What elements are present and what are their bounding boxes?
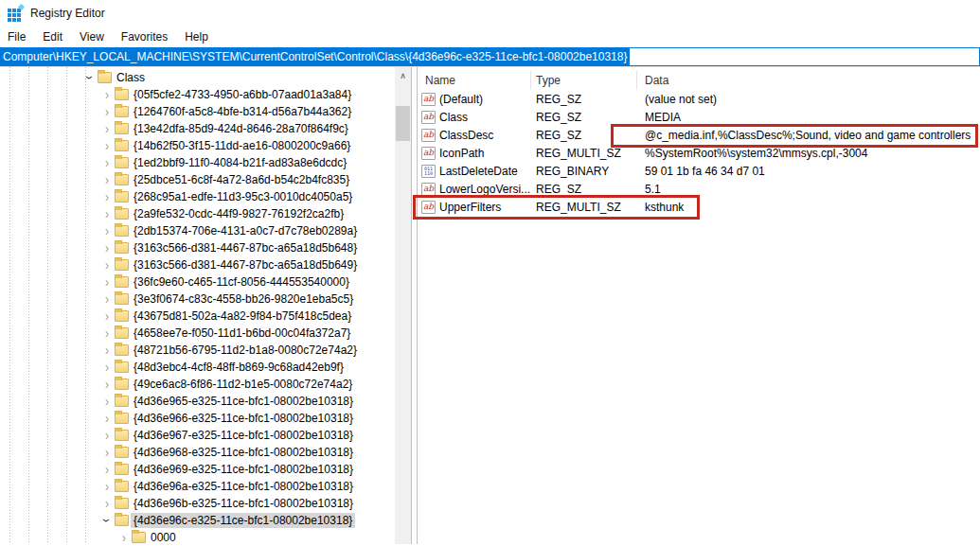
tree-row[interactable]: Class bbox=[0, 69, 395, 86]
tree-item-label: {3e3f0674-c83c-4558-bb26-9820e1eba5c5} bbox=[131, 291, 356, 307]
tree-item-label: {3163c566-d381-4467-87bc-a65a18d5b648} bbox=[131, 240, 360, 255]
tree-item-label: {3163c566-d381-4467-87bc-a65a18d5b649} bbox=[131, 257, 360, 273]
value-data-cell: ksthunk bbox=[637, 201, 980, 214]
tree-vertical-scrollbar[interactable]: ∧ bbox=[395, 67, 411, 544]
registry-editor-window: Registry Editor FileEditViewFavoritesHel… bbox=[0, 0, 980, 546]
chevron-right-icon[interactable] bbox=[100, 275, 114, 289]
chevron-right-icon[interactable] bbox=[100, 309, 114, 323]
value-row[interactable]: abClassDescREG_SZ@c_media.inf,%ClassDesc… bbox=[418, 126, 980, 144]
tree-row[interactable]: {2db15374-706e-4131-a0c7-d7c78eb0289a} bbox=[0, 222, 395, 239]
tree-row[interactable]: {4d36e96b-e325-11ce-bfc1-08002be10318} bbox=[0, 495, 395, 512]
chevron-down-icon[interactable] bbox=[100, 514, 114, 527]
chevron-right-icon[interactable] bbox=[100, 378, 114, 391]
column-header-data[interactable]: Data bbox=[637, 71, 980, 90]
address-bar-input[interactable]: Computer\HKEY_LOCAL_MACHINE\SYSTEM\Curre… bbox=[0, 47, 980, 66]
chevron-right-icon[interactable] bbox=[100, 241, 114, 255]
value-row[interactable]: abIconPathREG_MULTI_SZ%SystemRoot%\syste… bbox=[418, 144, 980, 162]
menu-item-edit[interactable]: Edit bbox=[43, 28, 71, 45]
chevron-right-icon[interactable] bbox=[100, 224, 114, 238]
folder-icon bbox=[115, 157, 129, 168]
panel-splitter[interactable] bbox=[411, 67, 418, 544]
tree-item-label: {4d36e966-e325-11ce-bfc1-08002be10318} bbox=[131, 411, 356, 426]
tree-row[interactable]: {3163c566-d381-4467-87bc-a65a18d5b648} bbox=[0, 239, 395, 256]
tree-row[interactable]: {1264760f-a5c8-4bfe-b314-d56a7b44a362} bbox=[0, 103, 395, 120]
value-row[interactable]: ab(Default)REG_SZ(value not set) bbox=[418, 90, 980, 108]
tree-row[interactable]: {48d3ebc4-4cf8-48ff-b869-9c68ad42eb9f} bbox=[0, 359, 395, 376]
folder-icon bbox=[115, 191, 129, 203]
chevron-right-icon[interactable] bbox=[117, 531, 131, 544]
scrollbar-up-arrow-icon[interactable]: ∧ bbox=[395, 67, 411, 83]
chevron-right-icon[interactable] bbox=[100, 156, 114, 169]
tree-row[interactable]: {48721b56-6795-11d2-b1a8-0080c72e74a2} bbox=[0, 342, 395, 359]
tree-row[interactable]: {13e42dfa-85d9-424d-8646-28a70f864f9c} bbox=[0, 120, 395, 137]
tree-row[interactable]: {36fc9e60-c465-11cf-8056-444553540000} bbox=[0, 273, 395, 291]
value-name-cell: ab(Default) bbox=[418, 93, 531, 106]
column-header-name[interactable]: Name bbox=[418, 71, 531, 90]
tree-row[interactable]: {4658ee7e-f050-11d1-b6bd-00c04fa372a7} bbox=[0, 325, 395, 342]
chevron-right-icon[interactable] bbox=[100, 480, 114, 493]
chevron-right-icon[interactable] bbox=[100, 463, 114, 476]
value-name-label: ClassDesc bbox=[439, 129, 493, 142]
tree-item-label: {2a9fe532-0cdc-44f9-9827-76192f2ca2fb} bbox=[131, 206, 347, 221]
tree-row[interactable]: {4d36e967-e325-11ce-bfc1-08002be10318} bbox=[0, 427, 395, 444]
value-data-cell: 59 01 1b fa 46 34 d7 01 bbox=[637, 165, 980, 178]
tree-row[interactable]: {4d36e96a-e325-11ce-bfc1-08002be10318} bbox=[0, 478, 395, 495]
tree-row[interactable]: {4d36e969-e325-11ce-bfc1-08002be10318} bbox=[0, 461, 395, 478]
menu-item-view[interactable]: View bbox=[80, 28, 113, 45]
chevron-right-icon[interactable] bbox=[100, 497, 114, 510]
value-row[interactable]: 011110LastDeleteDateREG_BINARY59 01 1b f… bbox=[418, 162, 980, 180]
main-split: Class{05f5cfe2-4733-4950-a6bb-07aad01a3a… bbox=[0, 66, 980, 544]
folder-icon bbox=[115, 276, 129, 288]
scrollbar-thumb[interactable] bbox=[396, 106, 410, 141]
tree-item-label: {1ed2bbf9-11f0-4084-b21f-ad83a8e6dcdc} bbox=[131, 155, 349, 170]
chevron-right-icon[interactable] bbox=[100, 429, 114, 442]
chevron-right-icon[interactable] bbox=[100, 105, 114, 118]
chevron-right-icon[interactable] bbox=[100, 343, 114, 357]
menu-item-help[interactable]: Help bbox=[185, 28, 217, 45]
tree-item-label: {4d36e96a-e325-11ce-bfc1-08002be10318} bbox=[131, 479, 356, 494]
tree-row[interactable]: 0000 bbox=[0, 529, 395, 544]
tree-row[interactable]: {4d36e968-e325-11ce-bfc1-08002be10318} bbox=[0, 444, 395, 461]
tree-row[interactable]: {14b62f50-3f15-11dd-ae16-0800200c9a66} bbox=[0, 137, 395, 154]
tree-row[interactable]: {25dbce51-6c8f-4a72-8a6d-b54c2b4fc835} bbox=[0, 171, 395, 188]
tree-row[interactable]: {3163c566-d381-4467-87bc-a65a18d5b649} bbox=[0, 256, 395, 273]
menu-item-file[interactable]: File bbox=[8, 28, 34, 45]
tree-row[interactable]: {1ed2bbf9-11f0-4084-b21f-ad83a8e6dcdc} bbox=[0, 154, 395, 171]
value-type-cell: REG_SZ bbox=[531, 183, 637, 196]
chevron-right-icon[interactable] bbox=[100, 395, 114, 408]
tree-items: Class{05f5cfe2-4733-4950-a6bb-07aad01a3a… bbox=[0, 69, 395, 544]
tree-row[interactable]: {49ce6ac8-6f86-11d2-b1e5-0080c72e74a2} bbox=[0, 376, 395, 393]
tree-row[interactable]: {43675d81-502a-4a82-9f84-b75f418c5dea} bbox=[0, 308, 395, 325]
chevron-right-icon[interactable] bbox=[100, 207, 114, 220]
tree-item-label: {4d36e965-e325-11ce-bfc1-08002be10318} bbox=[131, 394, 356, 409]
tree-item-label: {14b62f50-3f15-11dd-ae16-0800200c9a66} bbox=[131, 138, 353, 153]
folder-icon bbox=[115, 430, 129, 441]
chevron-right-icon[interactable] bbox=[100, 173, 114, 186]
tree-row[interactable]: {3e3f0674-c83c-4558-bb26-9820e1eba5c5} bbox=[0, 291, 395, 308]
value-row[interactable]: abLowerLogoVersi...REG_SZ5.1 bbox=[418, 180, 980, 198]
tree-row[interactable]: {2a9fe532-0cdc-44f9-9827-76192f2ca2fb} bbox=[0, 205, 395, 222]
menu-item-favorites[interactable]: Favorites bbox=[121, 28, 176, 45]
chevron-right-icon[interactable] bbox=[100, 122, 114, 135]
chevron-right-icon[interactable] bbox=[100, 88, 114, 101]
tree-item-label: {4d36e968-e325-11ce-bfc1-08002be10318} bbox=[131, 445, 356, 460]
chevron-right-icon[interactable] bbox=[100, 139, 114, 152]
chevron-right-icon[interactable] bbox=[100, 412, 114, 425]
chevron-down-icon[interactable] bbox=[83, 71, 97, 84]
chevron-right-icon[interactable] bbox=[100, 446, 114, 459]
chevron-right-icon[interactable] bbox=[100, 292, 114, 306]
tree-row[interactable]: {4d36e966-e325-11ce-bfc1-08002be10318} bbox=[0, 410, 395, 427]
tree-row[interactable]: {4d36e96c-e325-11ce-bfc1-08002be10318} bbox=[0, 512, 395, 529]
value-row[interactable]: abUpperFiltersREG_MULTI_SZksthunk bbox=[418, 198, 980, 216]
column-header-type[interactable]: Type bbox=[531, 71, 637, 90]
value-row[interactable]: abClassREG_SZMEDIA bbox=[418, 108, 980, 126]
folder-icon bbox=[115, 123, 129, 134]
folder-icon bbox=[132, 532, 146, 543]
tree-row[interactable]: {4d36e965-e325-11ce-bfc1-08002be10318} bbox=[0, 393, 395, 410]
chevron-right-icon[interactable] bbox=[100, 361, 114, 374]
tree-row[interactable]: {268c95a1-edfe-11d3-95c3-0010dc4050a5} bbox=[0, 188, 395, 205]
chevron-right-icon[interactable] bbox=[100, 258, 114, 272]
chevron-right-icon[interactable] bbox=[100, 190, 114, 203]
tree-row[interactable]: {05f5cfe2-4733-4950-a6bb-07aad01a3a84} bbox=[0, 86, 395, 103]
chevron-right-icon[interactable] bbox=[100, 326, 114, 340]
